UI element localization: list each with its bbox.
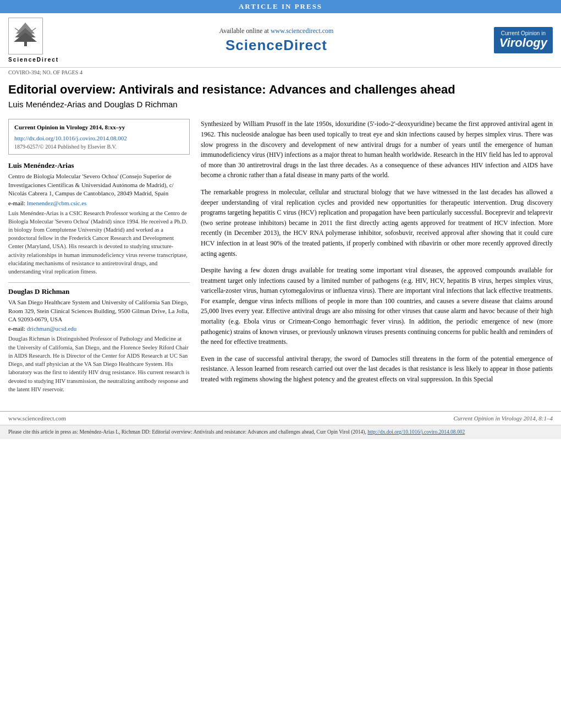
right-column: Synthesized by William Prusoff in the la… (201, 119, 553, 400)
elsevier-tree-icon (10, 20, 41, 50)
paragraph-2: The remarkable progress in molecular, ce… (201, 187, 553, 259)
article-header: Editorial overview: Antivirals and resis… (0, 77, 561, 119)
author2-name: Douglas D Richman (8, 287, 190, 296)
elsevier-wordmark: ScienceDirect (8, 57, 59, 63)
journal-info-box: Current Opinion in Virology 2014, 8:xx–y… (8, 119, 190, 155)
author1-bio: Luis Menéndez-Arias is a CSIC Research P… (8, 209, 190, 276)
website-link[interactable]: www.sciencedirect.com (271, 27, 334, 35)
banner-text: ARTICLE IN PRESS (239, 2, 322, 10)
main-content: Current Opinion in Virology 2014, 8:xx–y… (0, 119, 561, 400)
author1-email-link[interactable]: lmenendez@cbm.csic.es (27, 200, 86, 206)
citation-doi-link[interactable]: http://dx.doi.org/10.1016/j.coviro.2014.… (367, 429, 465, 435)
citation-text: Please cite this article in press as: Me… (8, 429, 366, 435)
elsevier-logo-box (8, 18, 43, 54)
elsevier-logo-section: ScienceDirect (8, 18, 59, 63)
article-title: Editorial overview: Antivirals and resis… (8, 83, 553, 97)
paragraph-1: Synthesized by William Prusoff in the la… (201, 119, 553, 180)
footer-left: www.sciencedirect.com (8, 415, 66, 422)
journal-badge: Current Opinion in Virology (494, 27, 553, 53)
article-authors: Luis Menéndez-Arias and Douglas D Richma… (8, 100, 553, 109)
footer-right: Current Opinion in Virology 2014, 8:1–4 (454, 415, 553, 422)
author1-email-line: e-mail: lmenendez@cbm.csic.es (8, 200, 190, 206)
author2-email-line: e-mail: drichman@ucsd.edu (8, 325, 190, 332)
article-in-press-banner: ARTICLE IN PRESS (0, 0, 561, 13)
author2-bio: Douglas Richman is Distinguished Profess… (8, 335, 190, 393)
author1-affiliation: Centro de Biología Molecular 'Severo Och… (8, 172, 190, 198)
citation-footer: Please cite this article in press as: Me… (0, 425, 561, 439)
author2-email-label: e-mail: (8, 325, 25, 332)
journal-badge-line2: Virology (499, 36, 547, 50)
author1-email-label: e-mail: (8, 200, 25, 206)
author2-section: Douglas D Richman VA San Diego Healthcar… (8, 287, 190, 393)
paragraph-3: Despite having a few dozen drugs availab… (201, 265, 553, 347)
page-footer: www.sciencedirect.com Current Opinion in… (0, 411, 561, 425)
paragraph-4: Even in the case of successful antiviral… (201, 354, 553, 385)
available-online-text: Available online at www.sciencedirect.co… (59, 27, 494, 35)
doc-id: COVIRO-394; NO. OF PAGES 4 (0, 68, 561, 77)
author1-section: Luis Menéndez-Arias Centro de Biología M… (8, 161, 190, 276)
issn-text: 1879-6257/© 2014 Published by Elsevier B… (14, 144, 184, 150)
author2-affiliation: VA San Diego Healthcare System and Unive… (8, 298, 190, 324)
header-center: Available online at www.sciencedirect.co… (59, 27, 494, 54)
sciencedirect-logo: ScienceDirect (59, 37, 494, 54)
page-header: ScienceDirect Available online at www.sc… (0, 13, 561, 68)
author-separator (8, 282, 190, 283)
author2-email-link[interactable]: drichman@ucsd.edu (27, 325, 76, 332)
author1-name: Luis Menéndez-Arias (8, 161, 190, 170)
journal-name-text: Current Opinion in Virology 2014, 8:xx–y… (14, 124, 184, 130)
left-column: Current Opinion in Virology 2014, 8:xx–y… (8, 119, 190, 400)
journal-badge-section: Current Opinion in Virology (494, 27, 553, 53)
doi-link[interactable]: http://dx.doi.org/10.1016/j.coviro.2014.… (14, 135, 184, 141)
